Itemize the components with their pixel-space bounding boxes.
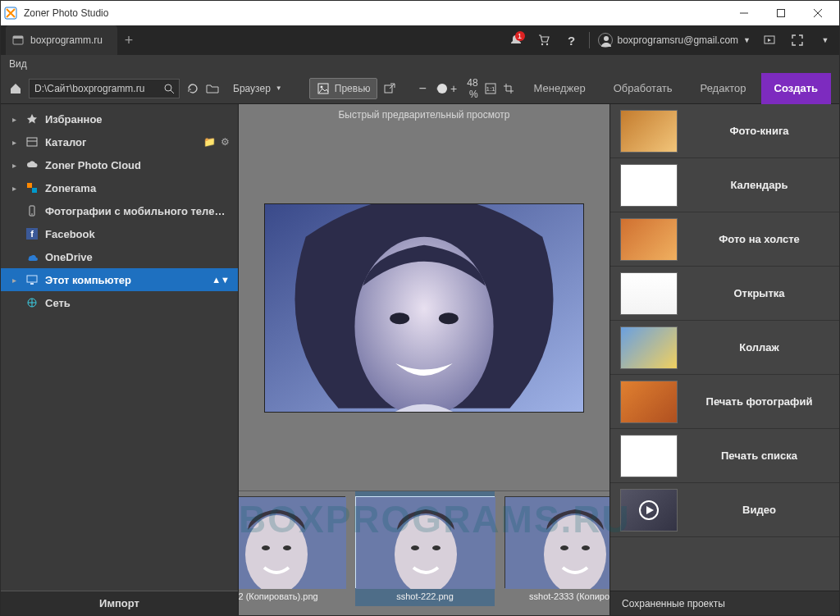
svg-point-11 bbox=[165, 84, 171, 91]
sidebar-item-computer[interactable]: ▸Этот компьютер▲▼ bbox=[1, 268, 238, 291]
sort-icon[interactable]: ▲▼ bbox=[212, 275, 230, 285]
tile-thumb bbox=[620, 218, 678, 261]
filmstrip[interactable]: 22 (Копировать).pngsshot-222.pngsshot-23… bbox=[239, 491, 609, 615]
zoom-percent: 48 % bbox=[467, 77, 477, 100]
tile-thumb bbox=[620, 272, 678, 315]
window-minimize-button[interactable] bbox=[725, 1, 762, 25]
filmstrip-thumb[interactable]: sshot-222.png bbox=[355, 491, 495, 606]
image-icon bbox=[317, 82, 330, 95]
sidebar-item-star[interactable]: ▸Избранное bbox=[1, 107, 238, 130]
svg-point-32 bbox=[439, 313, 459, 324]
tab-icon bbox=[12, 34, 24, 46]
import-button[interactable]: Импорт bbox=[1, 591, 238, 615]
svg-line-12 bbox=[171, 90, 174, 94]
address-bar[interactable] bbox=[29, 79, 180, 98]
create-panel: Фото-книгаКалендарьФото на холстеОткрытк… bbox=[609, 104, 839, 615]
filmstrip-thumb[interactable]: sshot-2333 (Копирова bbox=[504, 496, 609, 601]
filmstrip-thumb[interactable]: 22 (Копировать).png bbox=[239, 496, 345, 601]
window-maximize-button[interactable] bbox=[762, 1, 799, 25]
sidebar-item-onedrive[interactable]: OneDrive bbox=[1, 245, 238, 268]
sidebar-item-label: Сеть bbox=[45, 297, 71, 309]
expand-arrow-icon: ▸ bbox=[12, 138, 19, 147]
help-button[interactable]: ? bbox=[561, 30, 582, 51]
mode-create[interactable]: Создать bbox=[761, 73, 831, 104]
notification-badge: 1 bbox=[515, 31, 525, 41]
sidebar-item-network[interactable]: Сеть bbox=[1, 291, 238, 314]
folder-add-icon[interactable]: 📁 bbox=[203, 136, 216, 148]
create-tile[interactable]: Календарь bbox=[610, 158, 839, 212]
folder-open-icon[interactable] bbox=[206, 82, 219, 95]
sidebar-item-label: Этот компьютер bbox=[45, 274, 131, 286]
zoom-slider-thumb[interactable] bbox=[437, 84, 447, 94]
star-icon bbox=[25, 112, 39, 125]
svg-point-40 bbox=[432, 545, 441, 550]
preview-caption: Быстрый предварительный просмотр bbox=[239, 104, 609, 125]
thumb-caption: sshot-2333 (Копирова bbox=[529, 591, 609, 601]
svg-point-35 bbox=[262, 545, 270, 550]
new-tab-button[interactable]: + bbox=[117, 32, 140, 49]
app-title: Zoner Photo Studio bbox=[24, 7, 108, 19]
tile-label: Календарь bbox=[689, 179, 829, 191]
sidebar-item-zonerama[interactable]: ▸Zonerama bbox=[1, 176, 238, 199]
svg-point-23 bbox=[31, 213, 33, 215]
presentation-button[interactable] bbox=[759, 30, 780, 51]
preview-mode-button[interactable]: Превью bbox=[309, 78, 378, 99]
cart-button[interactable] bbox=[533, 30, 555, 51]
crop-icon[interactable] bbox=[503, 82, 514, 95]
tile-label: Печать фотографий bbox=[689, 395, 829, 408]
chevron-down-icon[interactable]: ▼ bbox=[815, 30, 836, 51]
mode-process[interactable]: Обработать bbox=[600, 73, 686, 104]
svg-point-14 bbox=[320, 85, 322, 88]
account-menu[interactable]: boxprogramsru@gmail.com ▼ bbox=[593, 33, 756, 48]
toolbar: Браузер ▼ Превью − + 48 % 1:1 Менеджер О… bbox=[1, 73, 839, 104]
browser-mode-button[interactable]: Браузер ▼ bbox=[226, 78, 290, 99]
preview-image bbox=[264, 203, 584, 413]
window-close-button[interactable] bbox=[799, 1, 836, 25]
refresh-icon[interactable] bbox=[186, 82, 199, 95]
create-tile[interactable]: Печать списка bbox=[610, 429, 839, 483]
gear-icon[interactable]: ⚙ bbox=[221, 136, 230, 148]
svg-rect-6 bbox=[13, 36, 23, 39]
sidebar-item-cloud[interactable]: ▸Zoner Photo Cloud bbox=[1, 153, 238, 176]
saved-projects-button[interactable]: Сохраненные проекты bbox=[610, 591, 839, 615]
workspace-tab[interactable]: boxprogramm.ru bbox=[6, 25, 117, 55]
tab-label: boxprogramm.ru bbox=[30, 34, 103, 46]
computer-icon bbox=[25, 273, 39, 286]
fullscreen-button[interactable] bbox=[787, 30, 808, 51]
sidebar-item-label: Каталог bbox=[45, 136, 86, 148]
svg-point-36 bbox=[283, 545, 291, 550]
view-row: Вид bbox=[1, 55, 839, 73]
mode-manager[interactable]: Менеджер bbox=[521, 73, 599, 104]
popout-icon[interactable] bbox=[384, 82, 395, 95]
svg-rect-26 bbox=[27, 276, 37, 282]
mode-editor[interactable]: Редактор bbox=[687, 73, 760, 104]
svg-text:1:1: 1:1 bbox=[486, 85, 495, 93]
zoom-slider[interactable] bbox=[436, 87, 441, 90]
notifications-button[interactable]: 1 bbox=[505, 30, 527, 51]
create-tile[interactable]: Открытка bbox=[610, 267, 839, 321]
tile-label: Фото на холсте bbox=[689, 233, 829, 245]
create-tile[interactable]: Печать фотографий bbox=[610, 375, 839, 429]
fit-icon[interactable]: 1:1 bbox=[485, 82, 496, 95]
tile-thumb bbox=[620, 381, 678, 423]
sidebar-item-label: OneDrive bbox=[45, 251, 93, 263]
zoom-out-button[interactable]: − bbox=[415, 81, 429, 96]
search-icon[interactable] bbox=[162, 82, 176, 95]
sidebar-item-catalog[interactable]: ▸Каталог📁⚙ bbox=[1, 130, 238, 153]
create-tile[interactable]: Фото на холсте bbox=[610, 212, 839, 267]
onedrive-icon bbox=[25, 250, 39, 263]
path-input[interactable] bbox=[30, 83, 162, 94]
zoom-in-button[interactable]: + bbox=[447, 82, 460, 95]
sidebar-item-facebook[interactable]: fFacebook bbox=[1, 222, 238, 245]
preview-area[interactable] bbox=[239, 125, 609, 491]
cloud-icon bbox=[25, 158, 39, 171]
sidebar-item-mobile[interactable]: Фотографии с мобильного теле… bbox=[1, 199, 238, 222]
sidebar-item-label: Избранное bbox=[45, 113, 103, 125]
preview-pane: Быстрый предварительный просмотр bbox=[239, 104, 609, 615]
app-header: boxprogramm.ru + 1 ? boxprogramsru@gmail… bbox=[1, 25, 839, 55]
create-tile[interactable]: Фото-книга bbox=[610, 104, 839, 158]
create-tile[interactable]: Коллаж bbox=[610, 321, 839, 375]
home-icon[interactable] bbox=[9, 82, 22, 95]
expand-arrow-icon: ▸ bbox=[12, 184, 19, 193]
create-tile[interactable]: Видео bbox=[610, 483, 839, 537]
